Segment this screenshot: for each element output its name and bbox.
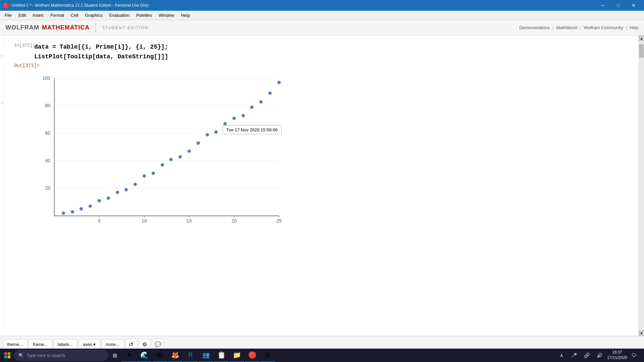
data-point-19[interactable] [223, 122, 227, 125]
app-header: WOLFRAM MATHEMATICA STUDENT EDITION Demo… [0, 20, 644, 36]
header-divider-2: | [580, 25, 581, 30]
teams-icon: 👥 [202, 351, 210, 359]
data-point-23[interactable] [259, 100, 263, 104]
menu-palettes[interactable]: Palettes [133, 11, 155, 20]
menu-bar: File Edit Insert Format Cell Graphics Ev… [0, 11, 644, 20]
data-point-2[interactable] [71, 210, 74, 214]
data-point-17[interactable] [206, 133, 209, 136]
more-button[interactable]: more... [101, 339, 123, 350]
comment-icon: 💬 [155, 341, 161, 348]
minimize-button[interactable]: ─ [595, 0, 610, 11]
telegram-app[interactable]: ✈ [121, 349, 136, 362]
logo-edition: STUDENT EDITION [102, 25, 148, 30]
teams-app[interactable]: 👥 [199, 349, 213, 362]
taskbar-clock[interactable]: 16:37 17/11/2020 [607, 350, 627, 360]
menu-window[interactable]: Window [155, 11, 177, 20]
taskbar-search[interactable]: 🔍 Type here to search [14, 350, 108, 361]
app-logo: WOLFRAM MATHEMATICA STUDENT EDITION [5, 23, 149, 33]
data-point-21[interactable] [241, 114, 245, 117]
data-point-15[interactable] [187, 149, 191, 153]
labels-button[interactable]: labels... [53, 339, 77, 350]
data-point-8[interactable] [124, 188, 128, 191]
taskbar: 🔍 Type here to search ⊞ ✈ 🌊 🛍 🦊 R 👥 📋 📁 … [0, 349, 644, 362]
scroll-down-button[interactable]: ▼ [639, 330, 644, 336]
x-tick-15: 15 [186, 218, 192, 224]
data-point-5[interactable] [98, 199, 101, 202]
scroll-up-button[interactable]: ▲ [639, 36, 644, 41]
y-tick-60: 60 [45, 130, 50, 136]
data-point-3[interactable] [79, 207, 83, 210]
scroll-track[interactable] [639, 41, 644, 330]
main-content: In[372]:= data = Table[{i, Prime[i]}, {i… [0, 36, 644, 336]
teams2-app[interactable]: 📋 [214, 349, 229, 362]
start-button[interactable] [1, 349, 13, 361]
code-line-2[interactable]: ListPlot[Tooltip[data, DateString[]]] [34, 52, 629, 62]
menu-format[interactable]: Format [47, 11, 67, 20]
close-button[interactable]: ✕ [626, 0, 641, 11]
volume-icon[interactable]: 🔊 [594, 350, 605, 361]
title-bar: 🔴 Untitled-1 * - Wolfram Mathematica 12.… [0, 0, 644, 11]
firefox-icon: 🦊 [171, 351, 179, 359]
header-link-help[interactable]: Help [630, 25, 639, 30]
maximize-button[interactable]: □ [610, 0, 626, 11]
data-point-14[interactable] [178, 155, 182, 159]
input-cell-content[interactable]: data = Table[{i, Prime[i]}, {i, 25}]; Li… [34, 42, 629, 62]
chevron-up-button[interactable]: ∧ [556, 350, 567, 361]
firefox-app[interactable]: 🦊 [168, 349, 182, 362]
data-point-22[interactable] [250, 106, 254, 109]
bracket-mark-1 [1, 56, 3, 56]
file-explorer-app[interactable]: 📁 [229, 349, 244, 362]
menu-evaluation[interactable]: Evaluation [106, 11, 133, 20]
notification-count: 4 [636, 354, 638, 357]
menu-cell[interactable]: Cell [67, 11, 82, 20]
code-line-1[interactable]: data = Table[{i, Prime[i]}, {i, 25}]; [34, 42, 629, 52]
data-point-25[interactable] [277, 81, 281, 84]
data-point-9[interactable] [133, 183, 137, 186]
chart-container: 20 40 60 80 100 5 10 [34, 72, 289, 233]
settings-app[interactable]: ⚙ [260, 349, 275, 362]
header-link-wolfram-community[interactable]: Wolfram Community [584, 25, 623, 30]
data-point-10[interactable] [143, 174, 146, 178]
mathematica-app[interactable]: 🔴 [245, 349, 260, 362]
output-label: Out[373]= [14, 63, 34, 68]
notification-button[interactable]: 🗨 4 [629, 350, 640, 361]
axes-button[interactable]: axes ▾ [78, 339, 100, 350]
y-tick-40: 40 [45, 158, 50, 163]
mic-icon: 🎤 [569, 350, 580, 361]
menu-help[interactable]: Help [177, 11, 193, 20]
refresh-icon: ↺ [129, 341, 133, 348]
r-icon: R [189, 352, 193, 359]
data-point-1[interactable] [62, 212, 65, 215]
frame-button[interactable]: frame... [29, 339, 52, 350]
header-link-demonstrations[interactable]: Demonstrations [519, 25, 550, 30]
data-point-24[interactable] [268, 92, 272, 95]
svg-rect-13 [8, 356, 10, 358]
menu-insert[interactable]: Insert [29, 11, 47, 20]
data-point-11[interactable] [152, 172, 155, 175]
axes-dropdown-icon: ▾ [93, 342, 96, 347]
menu-file[interactable]: File [1, 11, 15, 20]
menu-edit[interactable]: Edit [15, 11, 29, 20]
logo-wolfram: WOLFRAM [5, 24, 39, 31]
data-point-7[interactable] [116, 191, 119, 194]
theme-button[interactable]: theme... [3, 339, 27, 350]
edge-app[interactable]: 🌊 [137, 349, 152, 362]
chart-svg: 20 40 60 80 100 5 10 [34, 72, 289, 233]
window-title: Untitled-1 * - Wolfram Mathematica 12.1 … [11, 3, 149, 8]
data-point-6[interactable] [107, 196, 110, 200]
data-point-12[interactable] [161, 163, 164, 167]
data-point-18[interactable] [214, 130, 218, 134]
gear-icon: ⚙ [142, 341, 147, 348]
data-point-4[interactable] [89, 204, 92, 208]
header-divider-3: | [626, 25, 627, 30]
store-app[interactable]: 🛍 [152, 349, 167, 362]
data-point-16[interactable] [197, 141, 200, 145]
menu-graphics[interactable]: Graphics [82, 11, 106, 20]
data-point-13[interactable] [169, 158, 173, 161]
data-point-20[interactable] [232, 117, 236, 120]
notebook-area[interactable]: In[372]:= data = Table[{i, Prime[i]}, {i… [4, 36, 639, 336]
scroll-thumb[interactable] [639, 44, 644, 58]
header-link-mathworld[interactable]: MathWorld [556, 25, 577, 30]
task-view-button[interactable]: ⊞ [109, 349, 121, 361]
r-app[interactable]: R [183, 349, 198, 362]
